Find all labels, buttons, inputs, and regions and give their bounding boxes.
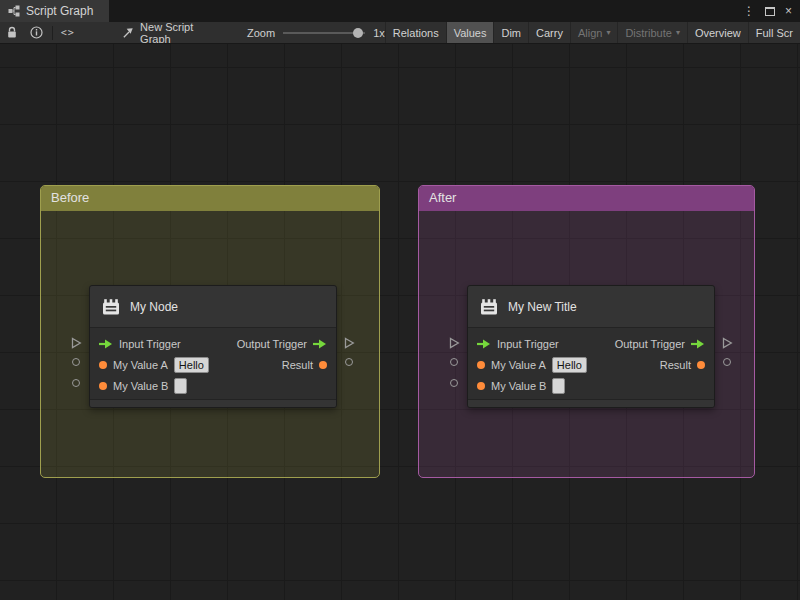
toolbar-separator [52,26,53,40]
code-glyph: <> [61,27,75,38]
node-my-new-title[interactable]: My New Title Input Trigger Output Trigge… [467,285,715,408]
input-trigger-label: Input Trigger [497,338,559,350]
value-a-label: My Value A [113,359,168,371]
value-b-port-icon[interactable] [477,382,485,390]
node-header[interactable]: My Node [90,286,336,328]
node-row-triggers: Input Trigger Output Trigger [90,333,336,354]
toolbar-buttons: Relations Values Dim Carry Align ▾ Distr… [385,22,800,43]
node-footer [468,399,714,407]
result-connector[interactable] [345,358,353,366]
node-header[interactable]: My New Title [468,286,714,328]
flow-in-connector[interactable] [449,337,460,349]
flow-in-icon[interactable] [99,339,113,349]
chevron-down-icon: ▾ [606,28,610,37]
fullscreen-button[interactable]: Full Scr [748,22,800,43]
unit-icon [101,297,121,317]
value-a-port-icon[interactable] [477,361,485,369]
result-port-icon[interactable] [319,361,327,369]
node-row-value-a: My Value A Hello Result [90,354,336,375]
script-graph-icon [8,5,20,17]
group-after-title[interactable]: After [419,186,754,211]
value-b-label: My Value B [491,380,546,392]
value-a-field[interactable]: Hello [174,357,209,373]
node-title: My New Title [508,300,577,314]
node-row-value-a: My Value A Hello Result [468,354,714,375]
node-row-value-b: My Value B [90,375,336,396]
output-trigger-label: Output Trigger [615,338,685,350]
maximize-icon[interactable] [765,7,775,16]
lock-icon[interactable] [0,22,24,43]
graph-name: New Script Graph [140,22,221,44]
value-a-connector[interactable] [72,358,80,366]
value-a-label: My Value A [491,359,546,371]
overview-button[interactable]: Overview [687,22,748,43]
flow-out-connector[interactable] [722,337,733,349]
input-trigger-label: Input Trigger [119,338,181,350]
menu-icon[interactable]: ⋮ [743,5,755,17]
value-b-field[interactable] [174,378,187,394]
tab-title: Script Graph [26,4,93,18]
result-label: Result [660,359,691,371]
flow-in-connector[interactable] [71,337,82,349]
chevron-down-icon: ▾ [676,28,680,37]
value-b-connector[interactable] [450,379,458,387]
graph-breadcrumb[interactable]: New Script Graph [122,22,221,44]
tab-bar: Script Graph ⋮ × [0,0,800,22]
unit-icon [479,297,499,317]
window-controls: ⋮ × [743,0,800,22]
relations-button[interactable]: Relations [385,22,446,43]
values-button[interactable]: Values [446,22,494,43]
value-b-field[interactable] [552,378,565,394]
value-a-port-icon[interactable] [99,361,107,369]
group-after[interactable]: After My New Title [418,185,755,478]
group-before[interactable]: Before My Node Inpu [40,185,380,478]
node-body: Input Trigger Output Trigger My Value A … [90,328,336,399]
flow-out-connector[interactable] [344,337,355,349]
align-label: Align [578,27,602,39]
node-my-node[interactable]: My Node Input Trigger Output Trigger My … [89,285,337,408]
value-b-label: My Value B [113,380,168,392]
node-row-triggers: Input Trigger Output Trigger [468,333,714,354]
code-view-icon[interactable]: <> [56,22,80,43]
node-title: My Node [130,300,178,314]
graph-canvas[interactable]: Before My Node Inpu [0,44,800,600]
distribute-dropdown[interactable]: Distribute ▾ [617,22,686,43]
align-dropdown[interactable]: Align ▾ [570,22,617,43]
value-a-field[interactable]: Hello [552,357,587,373]
dim-button[interactable]: Dim [493,22,528,43]
node-row-value-b: My Value B [468,375,714,396]
node-body: Input Trigger Output Trigger My Value A … [468,328,714,399]
toolbar: <> New Script Graph Zoom 1x Relations Va… [0,22,800,44]
zoom-control: Zoom 1x [247,27,385,39]
result-connector[interactable] [723,358,731,366]
zoom-knob[interactable] [353,28,363,38]
group-before-title[interactable]: Before [41,186,379,211]
zoom-value: 1x [373,27,385,39]
carry-button[interactable]: Carry [528,22,570,43]
value-b-port-icon[interactable] [99,382,107,390]
output-trigger-label: Output Trigger [237,338,307,350]
result-port-icon[interactable] [697,361,705,369]
value-b-connector[interactable] [72,379,80,387]
tab-script-graph[interactable]: Script Graph [0,0,109,22]
distribute-label: Distribute [625,27,671,39]
zoom-slider[interactable] [283,27,365,39]
node-footer [90,399,336,407]
pointer-icon [122,27,134,39]
info-icon[interactable] [24,22,48,43]
flow-out-icon[interactable] [313,339,327,349]
script-graph-window: Script Graph ⋮ × <> [0,0,800,600]
flow-in-icon[interactable] [477,339,491,349]
zoom-label: Zoom [247,27,275,39]
value-a-connector[interactable] [450,358,458,366]
flow-out-icon[interactable] [691,339,705,349]
result-label: Result [282,359,313,371]
close-icon[interactable]: × [785,5,792,17]
